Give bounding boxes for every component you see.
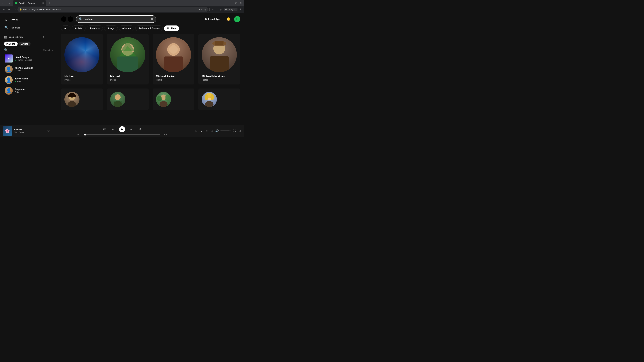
restore-btn[interactable]: ◻ [234, 1, 238, 5]
play-pause-btn[interactable]: ▶ [119, 126, 125, 132]
expand-library-btn[interactable]: → [48, 34, 53, 39]
profile-type-1: Profile [64, 79, 100, 81]
library-title[interactable]: Your Library [8, 35, 40, 38]
tab-artists[interactable]: Artists [72, 25, 86, 31]
app-body: ⌂ Home 🔍 Search ▤ Your Library + → Playl… [0, 13, 244, 125]
back-btn[interactable]: ← [1, 7, 6, 12]
history-forward-btn[interactable]: → [68, 16, 73, 22]
lyrics-btn[interactable]: ♩ [200, 129, 204, 133]
bey-meta-text: Artist [15, 91, 19, 93]
profile-name-4: Michael Messineo [202, 75, 237, 78]
liked-songs-thumb: ♥ [5, 54, 13, 62]
history-back-btn[interactable]: ← [61, 16, 66, 22]
next-btn[interactable]: ⏭ [128, 126, 134, 132]
profile-type-4: Profile [202, 79, 237, 81]
profile-card[interactable] [198, 88, 240, 110]
ts-avatar-icon: 👤 [6, 77, 12, 83]
extensions-btn[interactable]: ⧉ [211, 7, 216, 12]
profile-avatar-3 [156, 37, 191, 72]
minimize-btn[interactable]: — [230, 1, 234, 5]
tab-playlists[interactable]: Playlists [87, 25, 103, 31]
filter-pill-artists[interactable]: Artists [19, 41, 30, 46]
search-clear-btn[interactable]: ✕ [151, 17, 153, 21]
star-icon[interactable]: ★ [198, 8, 200, 11]
list-item[interactable]: 👤 Beyoncé Artist [3, 85, 54, 96]
search-nav-icon: 🔍 [4, 25, 9, 30]
progress-fill [84, 134, 85, 135]
tab-podcasts[interactable]: Podcasts & Shows [135, 25, 163, 31]
like-track-btn[interactable]: ♡ [47, 129, 50, 133]
tab-close-btn[interactable]: ✕ [42, 2, 44, 4]
mj-thumb: 👤 [5, 65, 13, 73]
new-tab-btn[interactable]: + [47, 1, 52, 5]
library-section: ▤ Your Library + → Playlists Artists 🔍 R… [0, 33, 57, 125]
profile-btn[interactable]: ◎ [218, 7, 223, 12]
ts-meta: ▶ Artist [15, 80, 52, 83]
shuffle-btn[interactable]: ⇄ [102, 126, 107, 132]
profile-card[interactable]: Michael Messineo Profile [198, 34, 240, 84]
profile-card[interactable] [61, 88, 103, 110]
profile-card[interactable]: Michael Profile [61, 34, 103, 84]
liked-songs-info: Liked Songs ▶ Playlist · 5 songs [15, 56, 52, 61]
volume-icon[interactable]: 🔊 [215, 129, 219, 133]
forward-btn[interactable]: → [7, 7, 12, 12]
repeat-btn[interactable]: ↺ [137, 126, 142, 132]
person-avatar-4 [202, 37, 237, 72]
list-item[interactable]: 👤 Taylor Swift ▶ Artist [3, 75, 54, 85]
extension-icon[interactable]: ⧉ [202, 8, 203, 11]
player-buttons: ⇄ ⏮ ▶ ⏭ ↺ [102, 126, 142, 132]
tab-all[interactable]: All [61, 25, 70, 31]
queue-btn[interactable]: ⊟ [194, 129, 198, 133]
close-btn[interactable]: ✕ [239, 1, 243, 5]
user-avatar[interactable]: L [234, 16, 240, 22]
pause-icon: ▶ [121, 128, 123, 131]
install-app-btn[interactable]: ⊕ Install App [202, 16, 223, 22]
sidebar-item-home[interactable]: ⌂ Home [2, 15, 55, 23]
search-bar[interactable]: 🔍 ✕ [76, 15, 156, 23]
tab-back-icon[interactable]: ‹ [1, 2, 4, 4]
person-avatar-2 [110, 37, 145, 72]
list-item[interactable]: ♥ Liked Songs ▶ Playlist · 5 songs [3, 53, 54, 64]
list-item[interactable]: 👤 Michael Jackson ▶ Artist [3, 64, 54, 75]
profile-name-2: Michael [110, 75, 145, 78]
tab-nav-icons: ‹ › ↻ [1, 2, 11, 4]
recents-btn[interactable]: Recents ≡ [43, 49, 53, 51]
progress-track[interactable] [84, 134, 160, 135]
reload-btn[interactable]: ↻ [12, 7, 17, 12]
player-controls: ⇄ ⏮ ▶ ⏭ ↺ 0:02 3:20 [52, 126, 192, 136]
connect-btn[interactable]: ⊞ [210, 129, 214, 133]
profile-card[interactable]: Michael Profile [107, 34, 148, 84]
player-bar: 🌸 Flowers Miley Cyrus ♡ ⇄ ⏮ ▶ ⏭ ↺ 0:02 [0, 125, 244, 137]
library-search-icon[interactable]: 🔍 [4, 48, 8, 52]
svg-point-24 [157, 96, 162, 101]
search-icon: 🔍 [79, 17, 82, 21]
more-btn[interactable]: ⋮ [238, 7, 243, 12]
filter-pill-playlists[interactable]: Playlists [4, 41, 18, 46]
profile-card[interactable] [152, 88, 194, 110]
active-tab[interactable]: S Spotify – Search ✕ [13, 0, 46, 6]
miniplayer-btn[interactable]: ⊡ [238, 129, 242, 133]
bell-btn[interactable]: 🔔 [226, 16, 232, 22]
tab-profiles[interactable]: Profiles [164, 25, 179, 31]
sidebar-item-search[interactable]: 🔍 Search [2, 23, 55, 31]
profile-card[interactable]: Michael Parker Profile [152, 34, 194, 84]
sidebar-nav: ⌂ Home 🔍 Search [0, 13, 57, 33]
incognito-btn[interactable]: 🕶 Incognito [224, 8, 238, 11]
profiles-grid: Michael Profile [61, 34, 240, 88]
address-bar[interactable]: 🔒 open.spotify.com/search/michael/users … [18, 7, 208, 12]
volume-track[interactable] [220, 131, 231, 131]
profile-circle-icon[interactable]: ◎ [204, 8, 206, 11]
tab-forward-icon[interactable]: › [5, 2, 8, 4]
tab-songs[interactable]: Songs [104, 25, 118, 31]
search-input[interactable] [84, 18, 149, 21]
list-btn[interactable]: ≡ [205, 129, 209, 133]
add-library-btn[interactable]: + [41, 34, 46, 39]
profile-card[interactable] [107, 88, 148, 110]
tab-refresh-icon[interactable]: ↻ [8, 2, 11, 4]
prev-btn[interactable]: ⏮ [110, 126, 116, 132]
fullscreen-btn[interactable]: ⛶ [232, 129, 236, 133]
partial-avatar-4 [202, 92, 217, 107]
tab-albums[interactable]: Albums [119, 25, 134, 31]
profile-name-3: Michael Parker [156, 75, 191, 78]
filter-pills: Playlists Artists [2, 41, 55, 47]
